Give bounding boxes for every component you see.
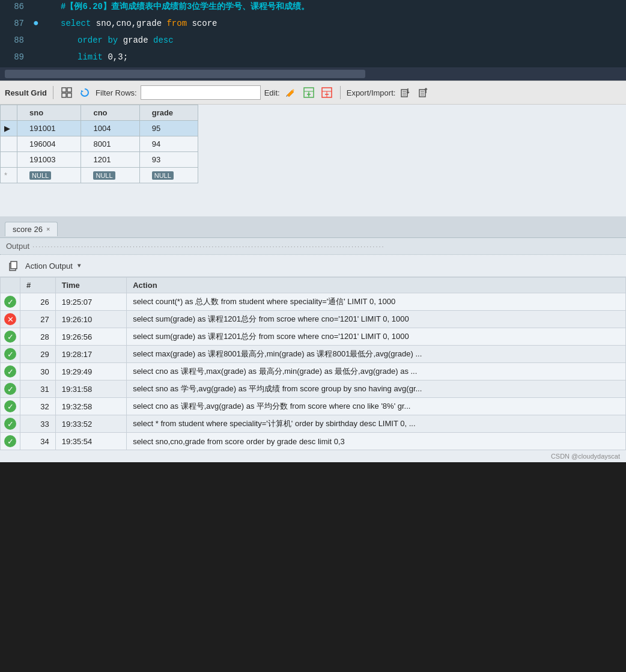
svg-rect-2	[62, 93, 66, 97]
table-col-cno: cno	[81, 105, 139, 121]
edit-pencil-icon[interactable]	[284, 85, 298, 100]
refresh-icon[interactable]	[77, 85, 92, 100]
action-table-row[interactable]: ✓3319:33:52select * from student where s…	[1, 415, 626, 433]
table-row[interactable]: 196004 8001 94	[1, 136, 198, 152]
action-table-row[interactable]: ✓2819:26:56select sum(grade) as 课程1201总分…	[1, 328, 626, 346]
action-table-row[interactable]: ✓3019:29:49select cno as 课程号,max(grade) …	[1, 363, 626, 380]
svg-marker-4	[81, 90, 84, 93]
action-row-action: select cno as 课程号,max(grade) as 最高分,min(…	[127, 363, 626, 380]
dropdown-arrow-icon[interactable]: ▼	[77, 263, 81, 269]
action-row-action: select sno,cno,grade from score order by…	[127, 433, 626, 450]
action-table-row[interactable]: ✓3219:32:58select cno as 课程号,avg(grade) …	[1, 398, 626, 415]
action-row-num: 26	[20, 293, 56, 311]
edit-label: Edit:	[264, 88, 280, 97]
action-output-table: # Time Action ✓2619:25:07select count(*)…	[0, 277, 626, 450]
action-row-time: 19:28:17	[55, 346, 126, 363]
copy-icon[interactable]	[6, 258, 20, 273]
svg-rect-0	[62, 88, 66, 92]
cell-null-grade: NULL	[139, 168, 198, 183]
table-col-grade: grade	[139, 105, 198, 121]
cell-cno: 1201	[81, 152, 139, 168]
action-row-num: 28	[20, 328, 56, 346]
export-icon[interactable]	[399, 85, 413, 100]
table-row[interactable]: ▶ 191001 1004 95	[1, 121, 198, 136]
horizontal-scrollbar[interactable]	[0, 67, 626, 81]
empty-space	[0, 183, 626, 216]
action-table-row[interactable]: ✓3119:31:58select sno as 学号,avg(grade) a…	[1, 380, 626, 398]
action-col-time: Time	[55, 278, 126, 293]
action-row-action: select sno as 学号,avg(grade) as 平均成绩 from…	[127, 380, 626, 398]
filter-rows-label: Filter Rows:	[96, 88, 137, 97]
result-grid-label: Result Grid	[5, 88, 47, 97]
output-section: Output ·································…	[0, 238, 626, 450]
toolbar-separator-2	[340, 86, 341, 99]
svg-line-5	[287, 95, 287, 97]
action-table-row[interactable]: ✓2619:25:07select count(*) as 总人数 from s…	[1, 293, 626, 311]
cell-sno: 196004	[17, 136, 81, 152]
code-content-86: #【例6.20】查询成绩表中成绩前3位学生的学号、课程号和成绩。	[44, 1, 626, 12]
action-row-num: 29	[20, 346, 56, 363]
action-table-row[interactable]: ✕2719:26:10select sum(grade) as 课程1201总分…	[1, 311, 626, 328]
toolbar-separator-1	[53, 86, 53, 99]
line-number-88: 88	[0, 35, 33, 45]
action-row-time: 19:31:58	[55, 380, 126, 398]
svg-rect-3	[67, 93, 71, 97]
import-icon[interactable]	[417, 85, 431, 100]
cell-grade: 93	[139, 152, 198, 168]
code-content-88: order by grade desc	[44, 35, 626, 46]
code-line-88: 88 order by grade desc	[0, 34, 626, 50]
action-row-time: 19:29:49	[55, 363, 126, 380]
result-table-wrapper: sno cno grade ▶ 191001 1004 95 196004 80…	[0, 105, 626, 183]
status-ok-icon: ✓	[4, 348, 16, 360]
code-content-89: limit 0,3;	[44, 52, 626, 63]
scrollbar-thumb[interactable]	[5, 70, 365, 78]
action-row-time: 19:25:07	[55, 293, 126, 311]
action-row-action: select cno as 课程号,avg(grade) as 平均分数 fro…	[127, 398, 626, 415]
output-label: Output	[6, 242, 29, 251]
row-indicator	[1, 136, 17, 152]
action-table-row[interactable]: ✓2919:28:17select max(grade) as 课程8001最高…	[1, 346, 626, 363]
action-row-time: 19:33:52	[55, 415, 126, 433]
status-ok-icon: ✓	[4, 383, 16, 395]
tab-close-button[interactable]: ×	[46, 225, 50, 233]
action-col-num: #	[20, 278, 56, 293]
tab-label: score 26	[13, 225, 43, 234]
action-row-num: 32	[20, 398, 56, 415]
action-row-action: select * from student where speciality='…	[127, 415, 626, 433]
action-col-status	[1, 278, 20, 293]
row-indicator-null: *	[1, 168, 17, 183]
status-ok-icon: ✓	[4, 365, 16, 377]
table-col-sno: sno	[17, 105, 81, 121]
cell-grade: 95	[139, 121, 198, 136]
action-row-num: 31	[20, 380, 56, 398]
table-delete-icon[interactable]	[320, 85, 334, 100]
action-table-row[interactable]: ✓3419:35:54select sno,cno,grade from sco…	[1, 433, 626, 450]
row-selected-indicator: ▶	[1, 121, 17, 136]
action-row-time: 19:35:54	[55, 433, 126, 450]
table-row[interactable]: 191003 1201 93	[1, 152, 198, 168]
action-row-action: select sum(grade) as 课程1201总分 from score…	[127, 328, 626, 346]
cell-sno: 191003	[17, 152, 81, 168]
action-row-action: select max(grade) as 课程8001最高分,min(grade…	[127, 346, 626, 363]
grid-icon[interactable]	[59, 85, 74, 100]
table-row-null[interactable]: * NULL NULL NULL	[1, 168, 198, 183]
action-row-time: 19:32:58	[55, 398, 126, 415]
action-row-num: 34	[20, 433, 56, 450]
status-ok-icon: ✓	[4, 400, 16, 412]
output-dots: ········································…	[32, 243, 385, 250]
action-col-action: Action	[127, 278, 626, 293]
cell-sno: 191001	[17, 121, 81, 136]
line-number-86: 86	[0, 2, 33, 11]
score-tab[interactable]: score 26 ×	[5, 222, 58, 236]
table-add-icon[interactable]	[302, 85, 316, 100]
action-row-action: select count(*) as 总人数 from student wher…	[127, 293, 626, 311]
action-output-bar: Action Output ▼	[0, 255, 626, 277]
result-table-container: sno cno grade ▶ 191001 1004 95 196004 80…	[0, 105, 198, 183]
tab-bar: score 26 ×	[0, 216, 626, 238]
code-line-86: 86 #【例6.20】查询成绩表中成绩前3位学生的学号、课程号和成绩。	[0, 0, 626, 17]
svg-rect-24	[11, 261, 17, 269]
status-ok-icon: ✓	[4, 418, 16, 430]
table-row-indicator-header	[1, 105, 17, 121]
filter-rows-input[interactable]	[141, 85, 261, 100]
line-number-89: 89	[0, 52, 33, 62]
